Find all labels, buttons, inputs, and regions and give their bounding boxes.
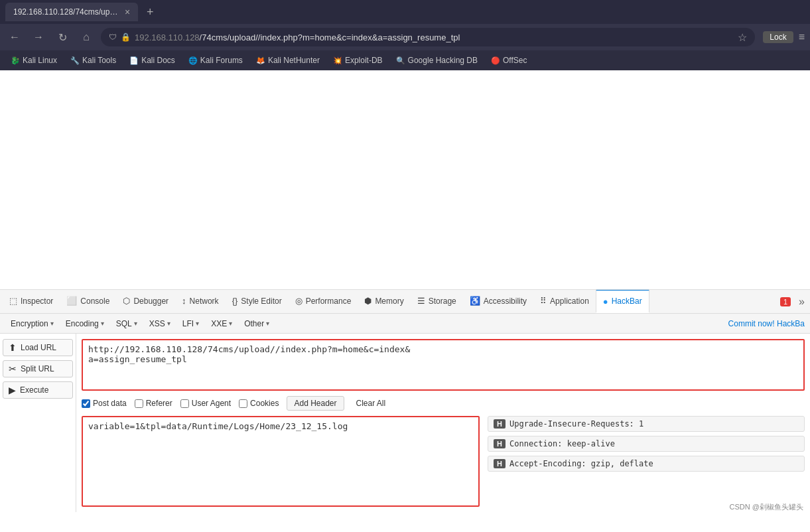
overflow-button[interactable]: » [796, 296, 807, 308]
tab-console[interactable]: ⬜ Console [60, 290, 116, 314]
cookies-label: Cookies [250, 399, 279, 408]
inspector-icon: ⬚ [9, 296, 17, 306]
post-data-label: Post data [93, 399, 127, 408]
tab-memory[interactable]: ⬢ Memory [358, 290, 410, 314]
tab-network[interactable]: ↕ Network [175, 290, 226, 314]
watermark-text: CSDN @剁椒鱼头罐头 [730, 503, 803, 511]
network-icon: ↕ [182, 296, 186, 306]
commit-now-button[interactable]: Commit now! HackBa [728, 319, 805, 328]
encryption-menu[interactable]: Encryption ▾ [5, 318, 59, 330]
url-textarea[interactable]: http://192.168.110.128/74cms/upload//ind… [83, 340, 803, 387]
split-url-button[interactable]: ✂ Split URL [3, 360, 73, 377]
tab-performance-label: Performance [306, 297, 352, 306]
lfi-menu[interactable]: LFI ▾ [177, 318, 204, 330]
forward-button[interactable]: → [29, 28, 48, 46]
add-header-button[interactable]: Add Header [287, 396, 344, 411]
referer-label: Referer [146, 399, 172, 408]
bookmark-offsec[interactable]: 🔴 OffSec [486, 54, 532, 66]
bookmark-kali-forums-label: Kali Forums [200, 56, 243, 65]
xxe-menu[interactable]: XXE ▾ [206, 318, 237, 330]
reload-button[interactable]: ↻ [53, 28, 72, 46]
post-data-textarea[interactable] [83, 435, 478, 505]
split-url-icon: ✂ [9, 364, 17, 374]
sql-menu[interactable]: SQL ▾ [111, 318, 143, 330]
execute-icon: ▶ [9, 385, 16, 395]
bookmark-kali-linux-label: Kali Linux [23, 56, 57, 65]
tab-close-button[interactable]: × [125, 7, 130, 17]
add-header-label: Add Header [294, 399, 336, 408]
bookmark-kali-nethunter[interactable]: 🦊 Kali NetHunter [251, 54, 325, 66]
url-host: 192.168.110.128 [135, 33, 200, 42]
header-upgrade-text: Upgrade-Insecure-Requests: 1 [509, 419, 643, 429]
error-badge: 1 [780, 297, 791, 306]
user-agent-label: User Agent [192, 399, 231, 408]
new-tab-button[interactable]: + [142, 4, 158, 20]
xss-arrow-icon: ▾ [167, 320, 170, 327]
split-url-label: Split URL [21, 364, 54, 373]
kali-linux-icon: 🐉 [11, 56, 20, 65]
post-data-row: H Upgrade-Insecure-Requests: 1 H Connect… [82, 416, 805, 507]
load-url-button[interactable]: ⬆ Load URL [3, 339, 73, 356]
cookies-checkbox[interactable]: Cookies [239, 399, 279, 408]
tab-storage[interactable]: ☰ Storage [411, 290, 463, 314]
watermark: CSDN @剁椒鱼头罐头 [730, 502, 803, 512]
performance-icon: ◎ [295, 296, 303, 306]
tab-memory-label: Memory [375, 297, 403, 306]
menu-button[interactable]: ≡ [799, 31, 805, 43]
lfi-label: LFI [182, 319, 194, 328]
bookmark-exploit-db-label: Exploit-DB [345, 56, 383, 65]
referer-checkbox[interactable]: Referer [135, 399, 172, 408]
bookmark-google-hacking-db[interactable]: 🔍 Google Hacking DB [391, 54, 483, 66]
header-h-badge-1: H [494, 419, 506, 429]
tab-network-label: Network [190, 297, 219, 306]
encoding-menu[interactable]: Encoding ▾ [60, 318, 109, 330]
hackba-label: HackBa [777, 319, 805, 328]
execute-label: Execute [20, 385, 48, 395]
post-data-checkbox[interactable]: Post data [82, 399, 127, 408]
sql-label: SQL [116, 319, 132, 328]
page-content [0, 70, 810, 289]
bookmark-kali-tools[interactable]: 🔧 Kali Tools [65, 54, 121, 66]
tab-accessibility[interactable]: ♿ Accessibility [463, 290, 533, 314]
user-agent-checkbox-input[interactable] [180, 399, 189, 408]
bookmark-offsec-label: OffSec [503, 56, 527, 65]
devtools-panel: ⬚ Inspector ⬜ Console ⬡ Debugger ↕ Netwo… [0, 289, 810, 512]
lock-button[interactable]: Lock [763, 31, 793, 43]
hackbar-left-panel: ⬆ Load URL ✂ Split URL ▶ Execute [0, 334, 76, 512]
header-row-upgrade: H Upgrade-Insecure-Requests: 1 [488, 416, 805, 432]
bookmark-star-button[interactable]: ☆ [738, 31, 747, 44]
clear-all-button[interactable]: Clear All [352, 397, 390, 410]
cookies-checkbox-input[interactable] [239, 399, 247, 408]
user-agent-checkbox[interactable]: User Agent [180, 399, 231, 408]
execute-button[interactable]: ▶ Execute [3, 381, 73, 399]
referer-checkbox-input[interactable] [135, 399, 143, 408]
application-icon: ⠿ [540, 296, 547, 306]
post-data-input[interactable] [83, 417, 478, 435]
other-menu[interactable]: Other ▾ [239, 318, 275, 330]
debugger-icon: ⬡ [123, 296, 130, 306]
tab-storage-label: Storage [429, 297, 456, 306]
post-data-checkbox-input[interactable] [82, 399, 90, 408]
tab-inspector[interactable]: ⬚ Inspector [3, 290, 60, 314]
active-tab[interactable]: 192.168.110.128/74cms/uplo... × [5, 3, 138, 21]
bookmark-kali-linux[interactable]: 🐉 Kali Linux [5, 54, 62, 66]
tab-style-editor[interactable]: {} Style Editor [226, 290, 289, 314]
header-row-connection: H Connection: keep-alive [488, 436, 805, 452]
tab-application[interactable]: ⠿ Application [533, 290, 596, 314]
devtools-tabs: ⬚ Inspector ⬜ Console ⬡ Debugger ↕ Netwo… [0, 290, 810, 314]
bookmark-kali-forums[interactable]: 🌐 Kali Forums [183, 54, 248, 66]
bookmark-kali-docs[interactable]: 📄 Kali Docs [124, 54, 180, 66]
home-button[interactable]: ⌂ [77, 28, 96, 46]
back-button[interactable]: ← [5, 28, 24, 46]
xss-menu[interactable]: XSS ▾ [144, 318, 176, 330]
tab-style-editor-label: Style Editor [241, 297, 281, 306]
tab-debugger[interactable]: ⬡ Debugger [116, 290, 175, 314]
bookmark-exploit-db[interactable]: 💥 Exploit-DB [328, 54, 388, 66]
storage-icon: ☰ [417, 296, 425, 306]
xxe-label: XXE [211, 319, 227, 328]
address-bar[interactable]: 🛡 🔒 192.168.110.128/74cms/upload//index.… [101, 28, 755, 46]
encryption-label: Encryption [11, 319, 48, 328]
headers-panel: H Upgrade-Insecure-Requests: 1 H Connect… [485, 416, 805, 507]
tab-performance[interactable]: ◎ Performance [289, 290, 358, 314]
tab-hackbar[interactable]: ● HackBar [596, 290, 649, 313]
